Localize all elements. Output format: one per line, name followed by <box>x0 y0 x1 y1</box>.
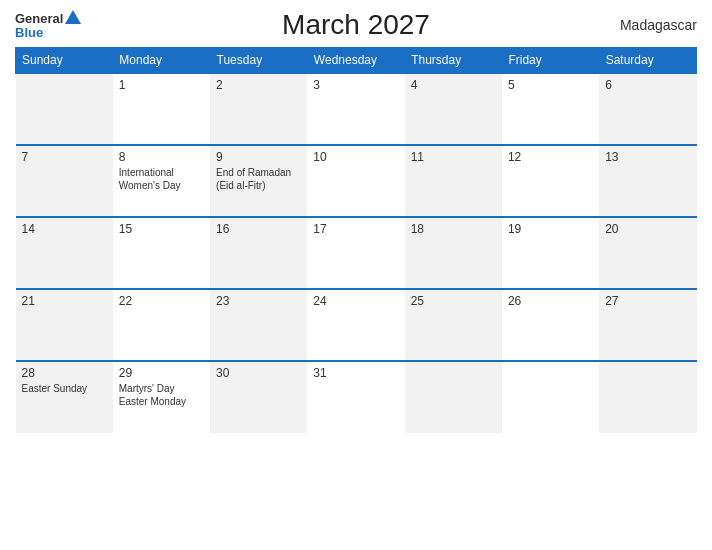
day-number: 12 <box>508 150 593 164</box>
calendar-event: Easter Monday <box>119 396 186 407</box>
calendar-event: Martyrs' Day <box>119 383 175 394</box>
day-number: 17 <box>313 222 398 236</box>
day-number: 30 <box>216 366 301 380</box>
calendar-day-cell <box>599 361 696 433</box>
day-number: 11 <box>411 150 496 164</box>
day-number: 8 <box>119 150 204 164</box>
calendar-header-row: SundayMondayTuesdayWednesdayThursdayFrid… <box>16 48 697 74</box>
calendar-day-cell: 2 <box>210 73 307 145</box>
calendar-day-cell: 25 <box>405 289 502 361</box>
day-number: 2 <box>216 78 301 92</box>
calendar-day-header: Wednesday <box>307 48 404 74</box>
calendar-day-header: Tuesday <box>210 48 307 74</box>
calendar-day-cell: 16 <box>210 217 307 289</box>
header: General Blue March 2027 Madagascar <box>15 10 697 39</box>
page-title: March 2027 <box>282 9 430 41</box>
calendar-day-cell: 10 <box>307 145 404 217</box>
day-number: 22 <box>119 294 204 308</box>
calendar-day-cell: 7 <box>16 145 113 217</box>
day-number: 3 <box>313 78 398 92</box>
day-number: 23 <box>216 294 301 308</box>
calendar-week-row: 123456 <box>16 73 697 145</box>
calendar-day-cell: 21 <box>16 289 113 361</box>
calendar-week-row: 28Easter Sunday29Martyrs' DayEaster Mond… <box>16 361 697 433</box>
calendar-week-row: 78International Women's Day9End of Ramad… <box>16 145 697 217</box>
calendar-day-cell: 23 <box>210 289 307 361</box>
calendar-day-cell: 28Easter Sunday <box>16 361 113 433</box>
calendar-day-cell <box>16 73 113 145</box>
calendar-event: End of Ramadan (Eid al-Fitr) <box>216 167 291 191</box>
calendar-day-cell: 3 <box>307 73 404 145</box>
calendar-event: International Women's Day <box>119 167 181 191</box>
calendar-day-cell: 14 <box>16 217 113 289</box>
calendar-day-cell: 30 <box>210 361 307 433</box>
day-number: 24 <box>313 294 398 308</box>
calendar-day-cell: 5 <box>502 73 599 145</box>
calendar-day-cell: 13 <box>599 145 696 217</box>
day-number: 18 <box>411 222 496 236</box>
day-number: 5 <box>508 78 593 92</box>
day-number: 14 <box>22 222 107 236</box>
day-number: 15 <box>119 222 204 236</box>
day-number: 9 <box>216 150 301 164</box>
calendar-week-row: 21222324252627 <box>16 289 697 361</box>
day-number: 29 <box>119 366 204 380</box>
calendar-event: Easter Sunday <box>22 383 88 394</box>
day-number: 7 <box>22 150 107 164</box>
calendar-day-cell: 1 <box>113 73 210 145</box>
calendar-day-cell: 8International Women's Day <box>113 145 210 217</box>
day-number: 28 <box>22 366 107 380</box>
day-number: 20 <box>605 222 690 236</box>
day-number: 31 <box>313 366 398 380</box>
calendar-day-cell: 9End of Ramadan (Eid al-Fitr) <box>210 145 307 217</box>
calendar-day-cell: 19 <box>502 217 599 289</box>
day-number: 21 <box>22 294 107 308</box>
day-number: 6 <box>605 78 690 92</box>
calendar-day-header: Monday <box>113 48 210 74</box>
calendar-day-header: Friday <box>502 48 599 74</box>
day-number: 26 <box>508 294 593 308</box>
calendar-day-cell: 31 <box>307 361 404 433</box>
calendar-day-cell: 22 <box>113 289 210 361</box>
day-number: 4 <box>411 78 496 92</box>
logo-general-text: General <box>15 12 63 25</box>
calendar-day-header: Saturday <box>599 48 696 74</box>
calendar-day-cell: 17 <box>307 217 404 289</box>
page: General Blue March 2027 Madagascar Sunda… <box>0 0 712 550</box>
country-label: Madagascar <box>620 17 697 33</box>
day-number: 27 <box>605 294 690 308</box>
day-number: 25 <box>411 294 496 308</box>
day-number: 19 <box>508 222 593 236</box>
calendar-day-cell <box>502 361 599 433</box>
calendar-day-cell: 11 <box>405 145 502 217</box>
calendar-day-cell: 12 <box>502 145 599 217</box>
calendar-day-cell: 27 <box>599 289 696 361</box>
day-number: 10 <box>313 150 398 164</box>
calendar-day-cell <box>405 361 502 433</box>
calendar-day-header: Sunday <box>16 48 113 74</box>
logo: General Blue <box>15 10 81 39</box>
calendar-day-cell: 24 <box>307 289 404 361</box>
calendar-day-header: Thursday <box>405 48 502 74</box>
calendar-day-cell: 6 <box>599 73 696 145</box>
day-number: 16 <box>216 222 301 236</box>
day-number: 13 <box>605 150 690 164</box>
calendar-day-cell: 15 <box>113 217 210 289</box>
calendar-table: SundayMondayTuesdayWednesdayThursdayFrid… <box>15 47 697 433</box>
logo-triangle-icon <box>65 10 81 24</box>
logo-blue-text: Blue <box>15 26 43 39</box>
calendar-day-cell: 29Martyrs' DayEaster Monday <box>113 361 210 433</box>
calendar-day-cell: 26 <box>502 289 599 361</box>
day-number: 1 <box>119 78 204 92</box>
calendar-day-cell: 20 <box>599 217 696 289</box>
calendar-day-cell: 4 <box>405 73 502 145</box>
calendar-day-cell: 18 <box>405 217 502 289</box>
calendar-week-row: 14151617181920 <box>16 217 697 289</box>
